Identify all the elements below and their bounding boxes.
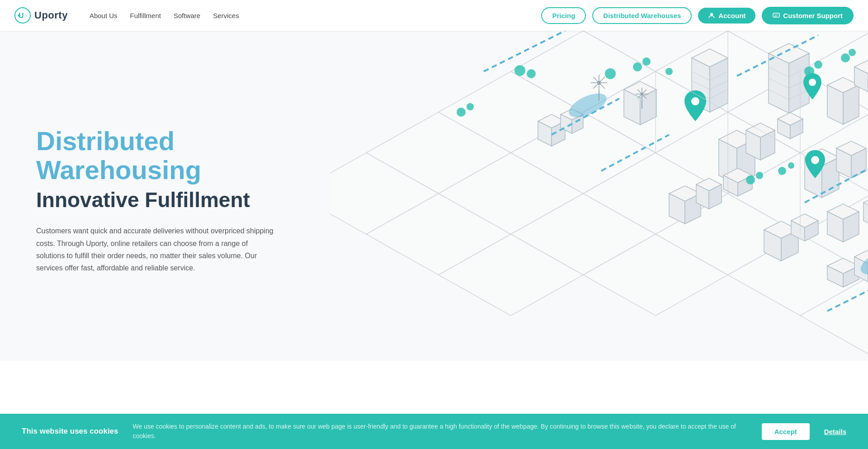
hero-description: Customers want quick and accurate delive… [36,225,276,274]
nav-services[interactable]: Services [213,12,239,19]
svg-point-149 [756,172,763,179]
svg-point-175 [809,79,816,86]
svg-point-150 [778,167,786,175]
hero-title-blue: Distributed Warehousing [36,127,307,184]
nav-about-us[interactable]: About Us [90,12,118,19]
svg-point-3 [710,13,713,16]
support-icon [773,12,780,19]
svg-point-140 [841,53,850,62]
pricing-button[interactable]: Pricing [541,7,586,24]
svg-point-166 [641,93,643,95]
city-illustration: .bld { fill: none; stroke: #b0bec5; stro… [330,31,868,361]
svg-point-174 [691,97,699,105]
account-icon [708,12,715,19]
nav-fulfillment[interactable]: Fulfillment [130,12,161,19]
svg-point-2 [18,14,20,17]
svg-point-141 [849,49,856,56]
logo-link[interactable]: U Uporty [14,7,68,24]
nav-links: About Us Fulfillment Software Services [90,12,239,19]
svg-point-133 [527,69,536,78]
nav-software[interactable]: Software [174,12,200,19]
svg-point-146 [457,108,466,117]
svg-point-160 [597,81,601,85]
navbar: U Uporty About Us Fulfillment Software S… [0,0,868,31]
hero-section: .bld { fill: none; stroke: #b0bec5; stro… [0,31,868,361]
hero-title-dark: Innovative Fulfillment [36,188,307,212]
hero-content: Distributed Warehousing Innovative Fulfi… [0,90,344,301]
svg-point-135 [633,62,642,71]
svg-point-151 [788,162,794,169]
svg-point-136 [642,57,651,66]
svg-point-139 [814,61,822,69]
svg-point-134 [605,68,616,79]
svg-point-137 [665,68,673,75]
customer-support-button[interactable]: Customer Support [762,7,854,24]
svg-point-177 [811,156,819,164]
logo-icon: U [14,7,31,24]
city-svg: .bld { fill: none; stroke: #b0bec5; stro… [330,31,868,361]
svg-point-148 [746,175,755,184]
account-button[interactable]: Account [698,8,755,24]
distributed-warehouses-button[interactable]: Distributed Warehouses [592,7,692,24]
svg-point-147 [467,103,474,110]
logo-text: Uporty [34,9,68,21]
nav-right: Pricing Distributed Warehouses Account C… [541,7,854,24]
